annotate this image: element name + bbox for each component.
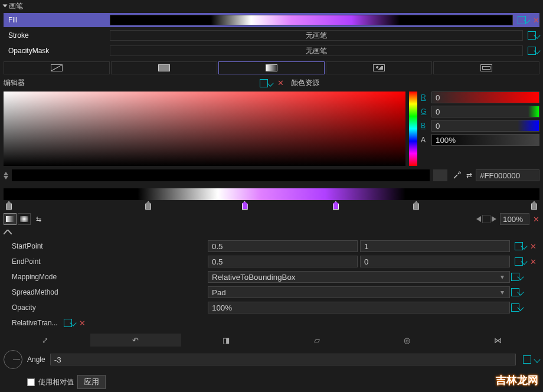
- fill-preview[interactable]: [110, 15, 513, 25]
- radial-gradient-button[interactable]: [18, 213, 31, 225]
- prev-down-icon[interactable]: [4, 176, 8, 179]
- prev-up-icon[interactable]: [4, 172, 8, 175]
- image-icon: [373, 64, 385, 71]
- reverse-stops-icon[interactable]: ⇆: [32, 213, 45, 225]
- editor-dropdown-icon[interactable]: [267, 80, 273, 86]
- angle-dropdown-icon[interactable]: [534, 356, 540, 362]
- opacitymask-label: OpacityMask: [4, 47, 110, 55]
- a-input[interactable]: [431, 134, 539, 146]
- mappingmode-label: MappingMode: [4, 273, 208, 281]
- collapse-icon[interactable]: [3, 5, 8, 8]
- hex-swap-icon[interactable]: ⇄: [466, 171, 472, 179]
- previous-color-swatch[interactable]: [433, 169, 447, 181]
- r-input[interactable]: [431, 92, 539, 103]
- startpoint-label: StartPoint: [4, 242, 208, 250]
- brush-row-fill[interactable]: Fill ✕: [4, 13, 539, 27]
- prop-startpoint: StartPoint ✕: [4, 239, 539, 253]
- angle-marker-icon[interactable]: [523, 355, 531, 364]
- angle-label: Angle: [27, 355, 45, 364]
- offset-reset-icon[interactable]: ✕: [533, 215, 539, 224]
- linear-gradient-button[interactable]: [4, 213, 17, 225]
- endpoint-x-input[interactable]: [208, 256, 358, 267]
- solid-icon: [158, 64, 170, 71]
- relativetransform-label: RelativeTran...: [4, 319, 61, 327]
- startpoint-x-input[interactable]: [208, 240, 358, 252]
- relativetransform-reset-icon[interactable]: ✕: [79, 319, 86, 328]
- gradient-stop[interactable]: [145, 201, 151, 210]
- fill-label: Fill: [4, 16, 110, 24]
- g-input[interactable]: [431, 106, 539, 117]
- editor-reset-icon[interactable]: ✕: [277, 79, 284, 87]
- color-resources-label[interactable]: 颜色资源: [291, 78, 319, 88]
- endpoint-y-input[interactable]: [360, 256, 510, 267]
- editor-label: 编辑器: [4, 78, 257, 88]
- a-label: A: [421, 136, 429, 144]
- gradient-stop[interactable]: [413, 201, 419, 210]
- r-label[interactable]: R: [421, 93, 429, 102]
- stroke-label: Stroke: [4, 31, 110, 40]
- mappingmode-select[interactable]: [208, 271, 510, 283]
- apply-button[interactable]: 应用: [77, 375, 106, 389]
- tab-gradient[interactable]: [218, 61, 325, 74]
- angle-dial[interactable]: [4, 350, 22, 369]
- transform-tab-scale[interactable]: ◨: [181, 334, 272, 347]
- gradient-stop[interactable]: [242, 201, 248, 210]
- prop-spreadmethod: SpreadMethod ▾: [4, 285, 539, 299]
- offset-input[interactable]: [500, 213, 529, 225]
- prop-relativetransform: RelativeTran... ✕: [4, 316, 539, 330]
- use-relative-checkbox[interactable]: [27, 378, 35, 386]
- panel-title: 画笔: [9, 1, 23, 11]
- tab-solid[interactable]: [111, 61, 217, 74]
- watermark: 吉林龙网: [496, 373, 538, 387]
- tab-visual[interactable]: [433, 61, 539, 74]
- transform-tab-flip[interactable]: ⋈: [453, 334, 543, 347]
- offset-marker-icon[interactable]: [482, 215, 490, 223]
- transform-tab-center[interactable]: ◎: [362, 334, 452, 347]
- transform-tab-translate[interactable]: ⤢: [0, 334, 90, 347]
- prop-mappingmode: MappingMode ▾: [4, 270, 539, 284]
- startpoint-reset-icon[interactable]: ✕: [530, 242, 537, 251]
- endpoint-reset-icon[interactable]: ✕: [530, 257, 537, 266]
- hex-input[interactable]: [476, 169, 539, 181]
- tab-no-brush[interactable]: [4, 61, 110, 74]
- tab-image[interactable]: [326, 61, 432, 74]
- saturation-value-picker[interactable]: [4, 92, 405, 166]
- gradient-stop[interactable]: [6, 201, 12, 210]
- gradient-stop[interactable]: [531, 201, 537, 210]
- no-brush-icon: [51, 64, 63, 71]
- spreadmethod-select[interactable]: [208, 286, 510, 298]
- current-color-swatch[interactable]: [12, 169, 430, 181]
- spreadmethod-label: SpreadMethod: [4, 288, 208, 296]
- gradient-icon: [266, 64, 277, 71]
- transform-tab-skew[interactable]: ▱: [272, 334, 362, 347]
- gradient-stops-track[interactable]: [4, 201, 539, 212]
- stroke-preview[interactable]: 无画笔: [110, 30, 523, 41]
- prop-endpoint: EndPoint ✕: [4, 254, 539, 269]
- brush-row-opacitymask[interactable]: OpacityMask 无画笔: [4, 44, 539, 58]
- brush-row-stroke[interactable]: Stroke 无画笔: [4, 28, 539, 43]
- transform-tab-rotate[interactable]: ↶: [90, 334, 181, 347]
- opacity-label: Opacity: [4, 303, 208, 312]
- offset-next-icon[interactable]: [492, 216, 496, 222]
- expand-chevron-icon[interactable]: [0, 226, 543, 238]
- gradient-preview-strip[interactable]: [4, 188, 539, 200]
- b-label[interactable]: B: [421, 122, 429, 130]
- visual-icon: [480, 64, 492, 71]
- hue-slider[interactable]: [409, 92, 417, 166]
- use-relative-label: 使用相对值: [38, 377, 74, 387]
- startpoint-y-input[interactable]: [360, 240, 510, 252]
- opacity-input[interactable]: [208, 302, 510, 313]
- endpoint-label: EndPoint: [4, 257, 208, 266]
- gradient-stop[interactable]: [333, 201, 339, 210]
- eyedropper-icon[interactable]: [451, 169, 463, 181]
- offset-prev-icon[interactable]: [476, 216, 481, 222]
- prop-opacity: Opacity ▾: [4, 300, 539, 315]
- fill-reset-icon[interactable]: ✕: [533, 16, 539, 25]
- g-label[interactable]: G: [421, 107, 429, 116]
- opacitymask-preview[interactable]: 无画笔: [110, 45, 523, 56]
- angle-input[interactable]: [50, 354, 516, 365]
- b-input[interactable]: [431, 120, 539, 132]
